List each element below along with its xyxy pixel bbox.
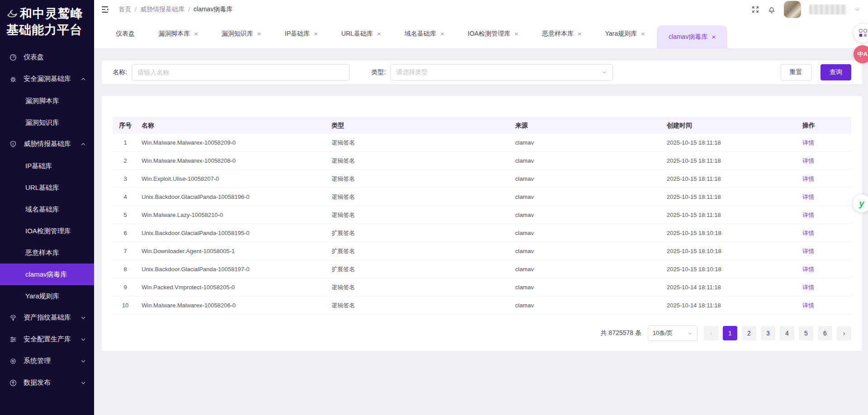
tab-仪表盘[interactable]: 仪表盘 — [104, 24, 147, 44]
cell-source: clamav — [515, 248, 667, 255]
translate-widget[interactable]: 中A — [854, 45, 868, 63]
page-button-5[interactable]: 5 — [799, 326, 813, 340]
sidebar-item-label: 资产指纹基础库 — [24, 313, 71, 322]
sidebar-item-dashboard[interactable]: 仪表盘 — [0, 47, 94, 68]
translate-icon: 中A — [858, 50, 868, 58]
tab-IP基础库[interactable]: IP基础库× — [273, 24, 330, 44]
cell-source: clamav — [515, 157, 667, 164]
chevron-down-icon — [602, 70, 607, 75]
detail-link[interactable]: 详情 — [802, 193, 814, 200]
tab-label: 恶意样本库 — [542, 30, 574, 38]
next-page-button[interactable]: › — [837, 326, 851, 340]
tab-close-icon[interactable]: × — [711, 33, 716, 40]
reset-button[interactable]: 重置 — [781, 64, 811, 80]
cell-type: 扩展签名 — [332, 247, 515, 255]
page-button-2[interactable]: 2 — [742, 326, 756, 340]
table-row: 4Unix.Backdoor.GlacialPanda-10058196-0逻辑… — [113, 188, 851, 206]
sidebar-subitem[interactable]: 域名基础库 — [0, 198, 94, 220]
search-button[interactable]: 查询 — [821, 64, 851, 80]
tab-IOA检测管理库[interactable]: IOA检测管理库× — [456, 24, 530, 44]
name-filter-input[interactable] — [132, 64, 350, 80]
cell-name: Win.Packed.Vmprotect-10058205-0 — [142, 284, 332, 291]
type-filter-select[interactable]: 请选择类型 — [390, 64, 613, 80]
tab-Yara规则库[interactable]: Yara规则库× — [593, 24, 657, 44]
user-avatar[interactable] — [784, 1, 801, 18]
prev-page-button[interactable]: ‹ — [704, 326, 718, 340]
cell-actions: 详情 — [802, 211, 851, 219]
sidebar-subitem[interactable]: 漏洞知识库 — [0, 112, 94, 133]
sidebar-subitem-label: 漏洞脚本库 — [25, 97, 59, 104]
sidebar-item-label: 系统管理 — [24, 357, 51, 365]
breadcrumb-item[interactable]: 威胁情报基础库 — [140, 5, 185, 14]
tab-close-icon[interactable]: × — [514, 30, 518, 37]
breadcrumb-separator: / — [135, 6, 137, 13]
page-button-1[interactable]: 1 — [723, 326, 737, 340]
sidebar-subitem[interactable]: 漏洞脚本库 — [0, 90, 94, 112]
tab-close-icon[interactable]: × — [641, 30, 645, 37]
cell-actions: 详情 — [802, 247, 851, 255]
breadcrumb-item[interactable]: 首页 — [119, 5, 131, 14]
page-size-select[interactable]: 10条/页 — [648, 325, 697, 341]
page-button-3[interactable]: 3 — [761, 326, 775, 340]
page-buttons: ‹123456› — [704, 326, 851, 340]
sidebar-subitem[interactable]: IP基础库 — [0, 155, 94, 177]
sidebar-subitem[interactable]: URL基础库 — [0, 177, 94, 198]
sidebar-subitem-label: 漏洞知识库 — [25, 118, 59, 126]
sidebar-collapse-icon[interactable] — [100, 5, 109, 14]
sidebar-subitem[interactable]: 恶意样本库 — [0, 242, 94, 264]
column-header: 操作 — [802, 122, 851, 130]
sidebar-item-secure-config[interactable]: 安全配置生产库 — [0, 329, 94, 350]
column-header: 类型 — [332, 122, 515, 130]
detail-link[interactable]: 详情 — [802, 284, 814, 291]
detail-link[interactable]: 详情 — [802, 266, 814, 273]
tab-close-icon[interactable]: × — [194, 30, 198, 37]
cell-created: 2025-10-15 18:10:18 — [667, 230, 802, 236]
type-filter-placeholder: 请选择类型 — [396, 68, 428, 76]
assistant-widget[interactable]: y — [853, 194, 868, 212]
tab-close-icon[interactable]: × — [377, 30, 381, 37]
detail-link[interactable]: 详情 — [802, 230, 814, 236]
tab-label: 仪表盘 — [116, 30, 135, 38]
page-button-4[interactable]: 4 — [780, 326, 794, 340]
page-button-6[interactable]: 6 — [818, 326, 832, 340]
tab-clamav病毒库[interactable]: clamav病毒库× — [657, 25, 727, 49]
tab-漏洞脚本库[interactable]: 漏洞脚本库× — [147, 24, 210, 44]
tab-恶意样本库[interactable]: 恶意样本库× — [530, 24, 593, 44]
tab-漏洞知识库[interactable]: 漏洞知识库× — [210, 24, 273, 44]
tab-URL基础库[interactable]: URL基础库× — [330, 24, 393, 44]
tab-close-icon[interactable]: × — [440, 30, 444, 37]
chevron-up-icon — [81, 76, 86, 82]
cell-type: 扩展签名 — [332, 265, 515, 274]
sidebar-item-threat-intel[interactable]: 威胁情报基础库 — [0, 133, 94, 155]
detail-link[interactable]: 详情 — [802, 248, 814, 255]
cell-index: 2 — [113, 157, 142, 164]
detail-link[interactable]: 详情 — [802, 212, 814, 218]
sidebar-item-data-publish[interactable]: 数据发布 — [0, 372, 94, 394]
tab-close-icon[interactable]: × — [578, 30, 582, 37]
chevron-down-icon[interactable] — [854, 7, 860, 12]
cell-type: 扩展签名 — [332, 229, 515, 237]
notification-bell-icon[interactable] — [768, 5, 776, 14]
pagination: 共 8725578 条 10条/页 ‹123456› — [113, 325, 851, 341]
tab-域名基础库[interactable]: 域名基础库× — [393, 24, 456, 44]
sidebar-subitem[interactable]: clamav病毒库 — [0, 264, 94, 285]
breadcrumb-separator: / — [188, 6, 190, 13]
cell-type: 逻辑签名 — [332, 157, 515, 165]
fullscreen-icon[interactable] — [751, 5, 759, 14]
tab-close-icon[interactable]: × — [314, 30, 318, 37]
detail-link[interactable]: 详情 — [802, 139, 814, 146]
cell-source: clamav — [515, 284, 667, 291]
sidebar-item-vuln-base[interactable]: 安全漏洞基础库 — [0, 68, 94, 90]
sidebar-item-asset-fingerprint[interactable]: 资产指纹基础库 — [0, 307, 94, 329]
tab-close-icon[interactable]: × — [257, 30, 261, 37]
sidebar-subitem[interactable]: IOA检测管理库 — [0, 220, 94, 242]
sidebar-subitem[interactable]: Yara规则库 — [0, 285, 94, 307]
type-filter-label: 类型: — [371, 68, 386, 76]
cell-actions: 详情 — [802, 302, 851, 310]
detail-link[interactable]: 详情 — [802, 175, 814, 182]
sidebar-item-system-mgmt[interactable]: 系统管理 — [0, 350, 94, 372]
cell-source: clamav — [515, 266, 667, 273]
detail-link[interactable]: 详情 — [802, 302, 814, 309]
detail-link[interactable]: 详情 — [802, 157, 814, 164]
tab-label: 域名基础库 — [404, 30, 436, 38]
